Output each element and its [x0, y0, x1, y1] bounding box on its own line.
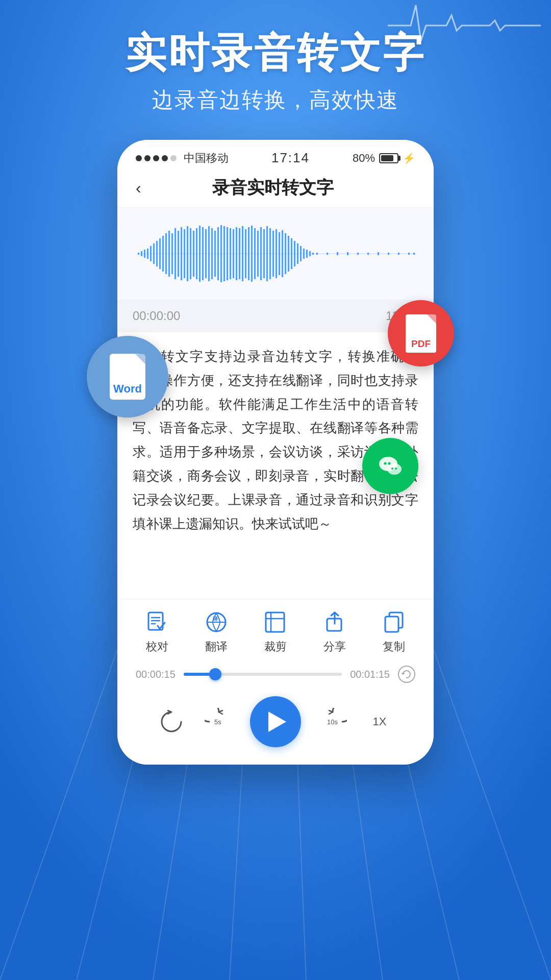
- skip-forward-button[interactable]: 10s: [317, 706, 348, 737]
- progress-time-left: 00:00:15: [136, 669, 176, 680]
- progress-thumb[interactable]: [209, 668, 221, 680]
- trim-label: 裁剪: [264, 639, 287, 654]
- rewind-icon: [158, 708, 186, 736]
- speed-button[interactable]: 1X: [364, 706, 395, 737]
- share-label: 分享: [323, 639, 346, 654]
- translate-icon: 译: [204, 609, 229, 635]
- pdf-doc-icon: PDF: [406, 314, 436, 353]
- svg-point-95: [387, 463, 402, 475]
- word-badge[interactable]: Word: [87, 336, 168, 418]
- time-display: 17:14: [271, 150, 310, 166]
- toolbar-copy[interactable]: 复制: [381, 609, 407, 654]
- time-bar: 00:00:00 138字: [117, 300, 434, 332]
- wechat-badge[interactable]: [362, 438, 418, 494]
- svg-rect-86: [266, 612, 284, 632]
- proofread-label: 校对: [146, 639, 168, 654]
- svg-point-97: [388, 462, 390, 464]
- toolbar-translate[interactable]: 译 翻译: [204, 609, 229, 654]
- skip-forward-icon: 10s: [319, 708, 347, 736]
- playback-controls: 5s 10s 1X: [128, 689, 423, 760]
- battery-icon: [379, 153, 398, 163]
- word-label: Word: [113, 382, 142, 396]
- rewind-button[interactable]: [156, 706, 187, 737]
- subtitle: 边录音边转换，高效快速: [0, 86, 551, 114]
- word-doc-icon: Word: [110, 354, 145, 400]
- back-button[interactable]: ‹: [136, 179, 141, 198]
- pdf-badge[interactable]: PDF: [388, 300, 454, 366]
- svg-point-98: [391, 468, 393, 470]
- svg-rect-91: [385, 617, 398, 632]
- progress-time-right: 00:01:15: [350, 669, 390, 680]
- copy-label: 复制: [383, 639, 405, 654]
- lightning-icon: ⚡: [403, 152, 415, 164]
- skip-back-icon: 5s: [205, 708, 233, 736]
- transcript-text: 录音转文字支持边录音边转文字，转换准确迅捷，操作方便，还支持在线翻译，同时也支持…: [133, 345, 418, 535]
- skip-back-button[interactable]: 5s: [203, 706, 234, 737]
- blank-area: [117, 548, 434, 599]
- nav-bar: ‹ 录音实时转文字: [117, 171, 434, 207]
- scissors-icon: [263, 609, 288, 635]
- progress-bar-row: 00:00:15 00:01:15: [128, 659, 423, 689]
- wechat-icon: [374, 450, 407, 483]
- waveform-svg: [128, 223, 423, 284]
- toolbar-proofread[interactable]: 校对: [144, 609, 170, 654]
- bottom-toolbar: 校对 译 翻译: [117, 599, 434, 765]
- copy-icon: [381, 609, 407, 635]
- toolbar-trim[interactable]: 裁剪: [263, 609, 288, 654]
- svg-text:5s: 5s: [214, 718, 221, 726]
- status-bar: 中国移动 17:14 80% ⚡: [117, 140, 434, 171]
- play-icon: [268, 712, 286, 732]
- carrier-label: 中国移动: [184, 151, 229, 166]
- svg-text:译: 译: [213, 616, 218, 622]
- loop-icon[interactable]: [398, 666, 415, 683]
- translate-label: 翻译: [205, 639, 228, 654]
- svg-text:10s: 10s: [327, 718, 338, 726]
- waveform-area: [117, 208, 434, 300]
- play-button[interactable]: [250, 696, 301, 747]
- svg-point-99: [395, 468, 397, 470]
- battery-percent: 80%: [353, 152, 375, 165]
- svg-point-96: [384, 462, 386, 464]
- page-title: 录音实时转文字: [152, 176, 395, 200]
- edit-check-icon: [144, 609, 170, 635]
- share-icon: [322, 609, 347, 635]
- pdf-label: PDF: [411, 338, 431, 350]
- speed-label: 1X: [373, 715, 387, 728]
- time-label: 00:00:00: [133, 309, 180, 323]
- toolbar-share[interactable]: 分享: [322, 609, 347, 654]
- progress-track[interactable]: [184, 673, 342, 676]
- signal-dots: [136, 155, 177, 161]
